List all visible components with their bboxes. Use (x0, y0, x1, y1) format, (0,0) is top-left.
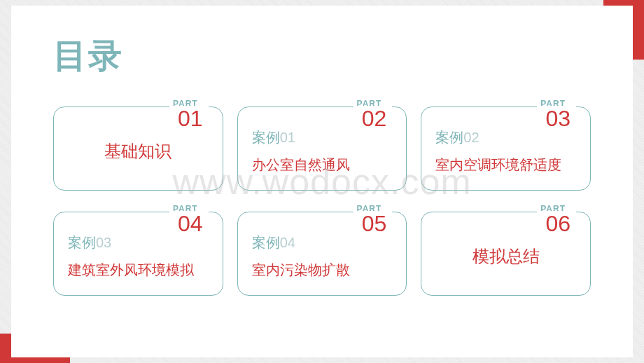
card-content: 模拟总结 (435, 232, 576, 281)
toc-card-6: PART 06 模拟总结 (421, 212, 591, 296)
case-num: 04 (280, 235, 295, 250)
part-number: 03 (540, 106, 576, 132)
case-text: 案例 (252, 235, 280, 250)
part-number: 05 (356, 211, 393, 237)
card-content: 基础知识 (68, 127, 209, 176)
card-desc: 办公室自然通风 (252, 156, 393, 174)
toc-grid: PART 01 基础知识 PART 02 案例01 办公室自然通风 PART 0… (53, 107, 591, 296)
part-number: 02 (356, 106, 393, 132)
part-number: 01 (172, 106, 209, 132)
part-number: 06 (540, 211, 576, 237)
part-number: 04 (172, 211, 209, 237)
card-desc: 基础知识 (104, 140, 172, 163)
slide-container: 目录 PART 01 基础知识 PART 02 案例01 办公室自然通风 PAR… (11, 6, 633, 357)
card-desc: 建筑室外风环境模拟 (68, 261, 209, 280)
page-title: 目录 (53, 34, 591, 78)
toc-card-3: PART 03 案例02 室内空调环境舒适度 (421, 107, 591, 191)
case-num: 01 (280, 130, 295, 145)
card-desc: 模拟总结 (472, 245, 540, 268)
case-text: 案例 (68, 235, 96, 250)
case-num: 03 (96, 235, 111, 250)
card-desc: 室内污染物扩散 (252, 261, 393, 280)
case-text: 案例 (435, 130, 463, 145)
toc-card-5: PART 05 案例04 室内污染物扩散 (237, 212, 407, 296)
toc-card-4: PART 04 案例03 建筑室外风环境模拟 (53, 212, 223, 296)
case-text: 案例 (252, 130, 280, 145)
toc-card-2: PART 02 案例01 办公室自然通风 (237, 107, 407, 191)
card-desc: 室内空调环境舒适度 (435, 156, 576, 174)
toc-card-1: PART 01 基础知识 (53, 107, 223, 191)
case-num: 02 (463, 130, 479, 145)
